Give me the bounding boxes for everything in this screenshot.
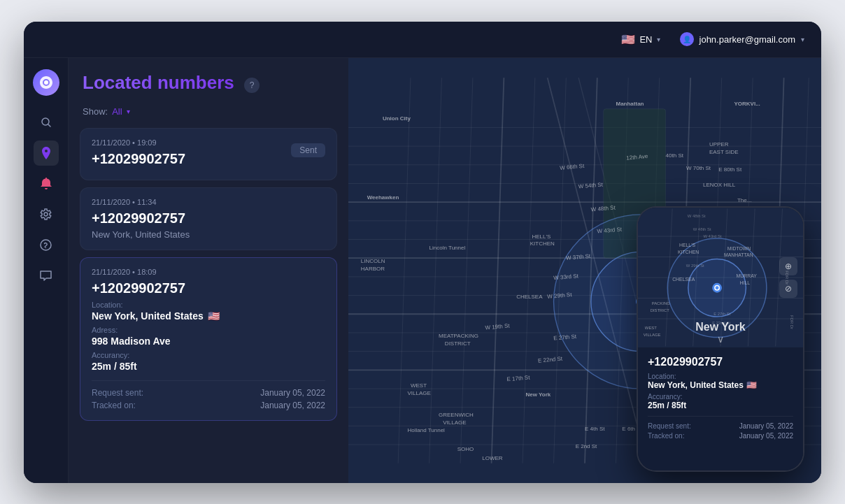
panel-header: Located numbers ? [69,58,348,101]
svg-text:E 4th St: E 4th St [585,426,605,432]
sidebar-item-settings[interactable] [34,202,59,227]
svg-text:CHELSEA: CHELSEA [516,294,543,300]
cards-list: 21/11/2020 • 19:09 +12029902757 Sent 21/… [69,122,348,426]
phone-info-area: +12029902757 Location: New York, United … [638,347,803,470]
card-3-address-value: 998 Madison Ave [92,336,325,347]
logo-icon [38,75,54,90]
svg-text:DISTRICT: DISTRICT [445,340,471,346]
card-1-timestamp: 21/11/2020 • 19:09 [92,138,325,147]
card-3-accuracy-value: 25m / 85ft [92,361,325,372]
svg-text:MIDTOWN: MIDTOWN [727,245,751,250]
bell-icon [41,178,52,190]
svg-text:W 48th St: W 48th St [688,214,706,218]
phone-chevron-icon: ∨ [717,333,724,345]
sidebar-item-help[interactable] [34,233,59,258]
flag-icon: 🇺🇸 [621,33,635,46]
card-3-accuracy-row: Accurancy: 25m / 85ft [92,351,325,372]
us-flag-icon: 🇺🇸 [208,310,220,322]
card-3-location-label: Location: [92,301,325,309]
phone-city-label: New York [695,321,745,333]
svg-text:VILLAGE: VILLAGE [408,389,431,396]
lang-label: EN [639,34,652,45]
show-label: Show: [83,106,108,117]
phone-request-label: Request sent: [648,422,691,430]
sidebar-item-alerts[interactable] [34,171,59,196]
sidebar-item-messages[interactable] [34,264,59,289]
svg-text:E 27th St: E 27th St [713,312,731,316]
lang-arrow-icon: ▾ [657,36,660,43]
svg-text:Weehawken: Weehawken [367,194,399,200]
phone-request-row: Request sent: January 05, 2022 [648,422,793,430]
show-value[interactable]: All [112,106,122,117]
svg-text:New York: New York [526,391,551,397]
sidebar [24,58,69,483]
card-2-timestamp: 21/11/2020 • 11:34 [92,198,325,206]
gear-icon [40,208,52,220]
location-icon [41,147,52,159]
card-2-location: New York, United States [92,229,325,240]
sidebar-item-search[interactable] [34,110,59,135]
location-card-2[interactable]: 21/11/2020 • 11:34 +12029902757 New York… [80,187,337,250]
svg-text:W 43rd St: W 43rd St [703,233,722,238]
svg-text:W 29th St: W 29th St [686,264,704,268]
card-3-request-row: Request sent: January 05, 2022 [92,388,325,398]
svg-text:WEST: WEST [411,382,427,389]
svg-text:E 80th St: E 80th St [718,166,742,172]
svg-text:HARBOR: HARBOR [361,265,385,271]
card-2-phone: +12029902757 [92,210,325,226]
svg-text:FDR Dr: FDR Dr [790,315,794,329]
help-badge[interactable]: ? [244,78,260,93]
content-area: Located numbers ? Show: All ▾ 21/11/2020… [24,58,821,483]
logo-button[interactable] [33,69,59,96]
svg-text:Union City: Union City [383,115,411,121]
card-3-footer: Request sent: January 05, 2022 Tracked o… [92,380,325,410]
card-3-request-value: January 05, 2022 [260,388,325,398]
svg-text:HELL'S: HELL'S [532,233,551,239]
phone-location-btn[interactable]: ⊕ [779,257,797,275]
phone-accuracy-value: 25m / 85ft [648,401,793,410]
phone-tracked-value: January 05, 2022 [739,432,793,440]
svg-point-112 [716,286,719,289]
svg-text:GREENWICH: GREENWICH [439,412,474,418]
card-3-accuracy-label: Accurancy: [92,351,325,359]
location-card-3[interactable]: 21/11/2020 • 18:09 +12029902757 Location… [80,257,337,421]
user-arrow-icon: ▾ [801,36,804,43]
phone-compass-btn[interactable]: ⊘ [779,280,797,298]
svg-text:EAST SIDE: EAST SIDE [709,148,739,154]
card-3-request-label: Request sent: [92,388,143,398]
phone-location-value: New York, United States 🇺🇸 [648,380,793,390]
filter-arrow-icon[interactable]: ▾ [127,108,130,115]
user-email: john.parker@gmail.com [700,34,795,45]
phone-map-area: HELL'S KITCHEN MIDTOWN MANHATTAN CHELSEA… [638,208,803,347]
phone-flag-icon: 🇺🇸 [746,380,757,390]
svg-point-2 [41,240,51,250]
svg-text:KITCHEN: KITCHEN [678,249,699,254]
svg-text:PACKING: PACKING [652,301,670,305]
svg-text:KITCHEN: KITCHEN [530,240,555,247]
language-selector[interactable]: 🇺🇸 EN ▾ [616,30,665,49]
card-3-tracked-value: January 05, 2022 [260,401,325,410]
sidebar-item-location[interactable] [34,141,59,166]
svg-text:MANHATTAN: MANHATTAN [724,252,753,257]
svg-text:W 70th St: W 70th St [686,164,711,171]
card-1-badge: Sent [291,143,325,157]
svg-text:LOWER: LOWER [482,455,503,461]
card-1-phone: +12029902757 [92,151,185,167]
card-3-tracked-row: Tracked on: January 05, 2022 [92,401,325,410]
phone-tracked-row: Tracked on: January 05, 2022 [648,432,793,440]
user-menu[interactable]: 👤 john.parker@gmail.com ▾ [680,32,804,46]
phone-number: +12029902757 [648,356,793,368]
svg-text:W 48th St: W 48th St [693,227,711,231]
card-3-tracked-label: Tracked on: [92,401,136,410]
svg-text:MEATPACKING: MEATPACKING [439,333,478,339]
main-container: 🇺🇸 EN ▾ 👤 john.parker@gmail.com ▾ [24,22,821,483]
svg-text:MURRAY: MURRAY [737,273,758,278]
card-3-timestamp: 21/11/2020 • 18:09 [92,268,325,276]
svg-text:HELL'S: HELL'S [679,242,696,247]
search-icon [41,117,52,128]
svg-text:SOHO: SOHO [457,445,474,452]
phone-location-row: Location: New York, United States 🇺🇸 [648,373,793,390]
phone-footer: Request sent: January 05, 2022 Tracked o… [648,416,793,440]
location-card-1[interactable]: 21/11/2020 • 19:09 +12029902757 Sent [80,128,337,180]
svg-text:Manhattan: Manhattan [616,101,644,107]
